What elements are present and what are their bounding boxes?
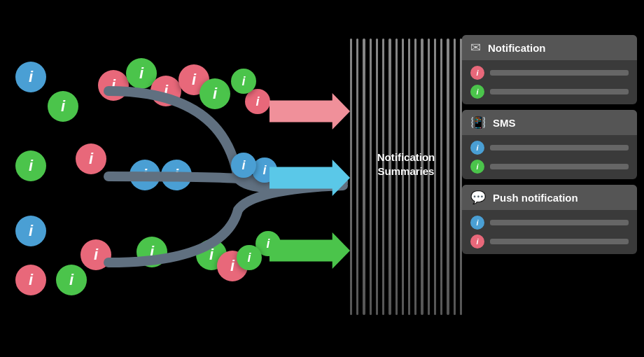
panel-row: i <box>470 85 629 99</box>
panel-circle-blue: i <box>470 141 484 155</box>
notification-summaries-label: NotificationSummaries <box>357 150 455 178</box>
push-panel-label: Push notification <box>493 192 578 204</box>
panel-line <box>490 239 629 244</box>
panel-circle-green: i <box>470 160 484 174</box>
mail-icon: ✉ <box>470 40 481 55</box>
exit-circle-green-3: i <box>237 245 262 270</box>
exit-circle-blue-2: i <box>231 153 256 178</box>
notification-panel-body: i i <box>462 60 637 104</box>
notification-panel-label: Notification <box>488 42 546 54</box>
panel-line <box>490 70 629 76</box>
vline-1 <box>350 38 352 315</box>
exit-circle-green: i <box>231 69 256 94</box>
push-notification-panel: 💬 Push notification i i <box>462 185 637 254</box>
scene: i i i i i i i i i i i i i i i i i i i i … <box>0 0 644 357</box>
notification-panel: ✉ Notification i i <box>462 35 637 104</box>
push-panel-body: i i <box>462 210 637 254</box>
sms-panel-body: i i <box>462 135 637 179</box>
push-panel-header: 💬 Push notification <box>462 185 637 210</box>
panel-line <box>490 145 629 150</box>
vibrate-icon: 📳 <box>470 115 486 130</box>
panels-container: ✉ Notification i i 📳 SMS <box>462 35 637 254</box>
sms-panel-label: SMS <box>493 117 516 129</box>
panel-circle-pink: i <box>470 66 484 80</box>
panel-circle-pink: i <box>470 234 484 248</box>
panel-row: i <box>470 160 629 174</box>
panel-row: i <box>470 216 629 230</box>
sms-panel-header: 📳 SMS <box>462 110 637 135</box>
panel-circle-blue: i <box>470 216 484 230</box>
push-icon: 💬 <box>470 190 486 205</box>
panel-line <box>490 89 629 94</box>
panel-line <box>490 164 629 169</box>
panel-row: i <box>470 66 629 80</box>
panel-row: i <box>470 141 629 155</box>
panel-line <box>490 220 629 225</box>
panel-row: i <box>470 234 629 248</box>
sms-panel: 📳 SMS i i <box>462 110 637 179</box>
notification-panel-header: ✉ Notification <box>462 35 637 60</box>
panel-circle-green: i <box>470 85 484 99</box>
